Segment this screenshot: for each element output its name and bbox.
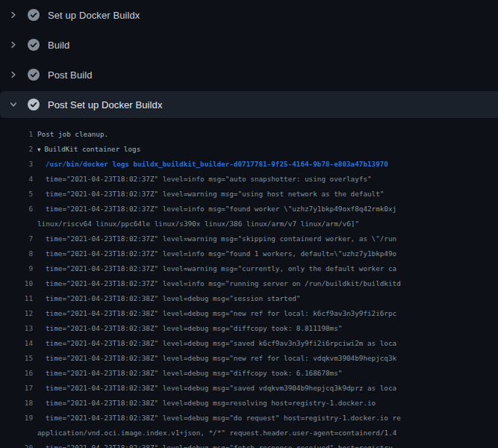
step-title: Build [48,40,69,51]
log-line-number[interactable]: 1 [0,127,33,142]
log-line: 13 time="2021-04-23T18:02:38Z" level=deb… [0,321,498,336]
log-line: 9 time="2021-04-23T18:02:37Z" level=warn… [0,261,498,276]
log-line-text: time="2021-04-23T18:02:38Z" level=debug … [46,306,396,321]
log-line: 7 time="2021-04-23T18:02:37Z" level=warn… [0,231,498,246]
log-line: 3 /usr/bin/docker logs buildx_buildkit_b… [0,157,498,172]
log-line: 4 time="2021-04-23T18:02:37Z" level=info… [0,172,498,187]
log-line: 2 ▼BuildKit container logs [0,142,498,157]
log-line: 1 Post job cleanup. [0,127,498,142]
log-line-number [0,426,33,441]
log-line-number[interactable]: 20 [0,441,33,448]
log-line-text: Post job cleanup. [37,127,108,142]
log-line-text: time="2021-04-23T18:02:37Z" level=warnin… [46,187,384,202]
log-line-number[interactable]: 15 [0,351,33,366]
check-circle-icon [28,69,40,81]
log-line-text: time="2021-04-23T18:02:37Z" level=info m… [46,276,401,291]
log-line: 15 time="2021-04-23T18:02:38Z" level=deb… [0,351,498,366]
log-line-number[interactable]: 2 [0,142,33,157]
log-line-number[interactable]: 11 [0,291,33,306]
step-row-build[interactable]: Build [0,30,498,60]
chevron-right-icon[interactable] [9,70,18,79]
step-row-post-set-up-docker-buildx[interactable]: Post Set up Docker Buildx [0,91,498,118]
step-row-post-build[interactable]: Post Build [0,60,498,90]
log-line-number[interactable]: 16 [0,366,33,381]
log-line-number[interactable]: 8 [0,246,33,261]
step-title: Set up Docker Buildx [48,10,140,21]
log-line-text: time="2021-04-23T18:02:37Z" level=info m… [46,246,396,261]
log-line: 11 time="2021-04-23T18:02:38Z" level=deb… [0,291,498,306]
group-label: BuildKit container logs [45,142,141,157]
log-line: 20 time="2021-04-23T18:02:38Z" level=deb… [0,441,498,448]
log-line: 10 time="2021-04-23T18:02:37Z" level=inf… [0,276,498,291]
log-line-text: time="2021-04-23T18:02:38Z" level=debug … [46,321,342,336]
log-line-number[interactable]: 4 [0,172,33,187]
log-line-text: time="2021-04-23T18:02:38Z" level=debug … [46,351,396,366]
log-line-number[interactable]: 6 [0,202,33,217]
log-line-text: time="2021-04-23T18:02:38Z" level=debug … [46,441,396,448]
log-line: 17 time="2021-04-23T18:02:38Z" level=deb… [0,381,498,396]
log-line: application/vnd.oci.image.index.v1+json,… [0,426,498,441]
log-line: 16 time="2021-04-23T18:02:38Z" level=deb… [0,366,498,381]
log-line-number[interactable]: 7 [0,231,33,246]
group-collapse-toggle-icon[interactable]: ▼ [37,143,41,158]
check-circle-icon [28,39,40,51]
log-line-text: time="2021-04-23T18:02:38Z" level=debug … [46,411,401,426]
step-title: Post Set up Docker Buildx [48,99,163,111]
log-line-text: time="2021-04-23T18:02:37Z" level=warnin… [46,231,396,246]
log-line-text: application/vnd.oci.image.index.v1+json,… [37,426,396,441]
log-line-text: linux/riscv64 linux/ppc64le linux/s390x … [37,217,359,231]
log-line: 12 time="2021-04-23T18:02:38Z" level=deb… [0,306,498,321]
log-line-text: time="2021-04-23T18:02:38Z" level=debug … [46,381,396,396]
check-circle-icon [28,9,40,21]
log-line-number[interactable]: 17 [0,381,33,396]
log-line-text: time="2021-04-23T18:02:38Z" level=debug … [46,366,342,381]
steps-list: Set up Docker Buildx Build Post Build Po… [0,0,498,118]
log-line-number[interactable]: 5 [0,187,33,202]
log-line-text: ▼BuildKit container logs [37,142,140,157]
log-line: 18 time="2021-04-23T18:02:38Z" level=deb… [0,396,498,411]
log-line-number[interactable]: 14 [0,336,33,351]
log-line-number[interactable]: 13 [0,321,33,336]
log-line-number[interactable]: 19 [0,411,33,426]
log-line: 14 time="2021-04-23T18:02:38Z" level=deb… [0,336,498,351]
log-viewer: 1 Post job cleanup. 2 ▼BuildKit containe… [0,118,498,448]
log-line-number[interactable]: 12 [0,306,33,321]
log-line-number[interactable]: 18 [0,396,33,411]
log-line-text: time="2021-04-23T18:02:37Z" level=info m… [46,202,396,217]
log-line-text: time="2021-04-23T18:02:37Z" level=info m… [46,172,372,187]
log-line-text: time="2021-04-23T18:02:38Z" level=debug … [46,291,300,306]
log-line-text: /usr/bin/docker logs buildx_buildkit_bui… [46,157,388,172]
log-line: 19 time="2021-04-23T18:02:38Z" level=deb… [0,411,498,426]
log-line-text: time="2021-04-23T18:02:38Z" level=debug … [46,336,396,351]
chevron-right-icon[interactable] [9,10,18,19]
log-line-text: time="2021-04-23T18:02:37Z" level=warnin… [46,261,396,276]
log-line-text: time="2021-04-23T18:02:38Z" level=debug … [46,396,376,411]
chevron-right-icon[interactable] [9,40,18,49]
log-line-number [0,217,33,231]
log-line: 8 time="2021-04-23T18:02:37Z" level=info… [0,246,498,261]
log-line-number[interactable]: 3 [0,157,33,172]
log-line: 6 time="2021-04-23T18:02:37Z" level=info… [0,202,498,217]
check-circle-icon [28,99,40,111]
log-line-number[interactable]: 10 [0,276,33,291]
step-title: Post Build [48,69,93,81]
log-line: 5 time="2021-04-23T18:02:37Z" level=warn… [0,187,498,202]
log-line-number[interactable]: 9 [0,261,33,276]
chevron-down-icon[interactable] [9,100,18,109]
step-row-set-up-docker-buildx[interactable]: Set up Docker Buildx [0,0,498,30]
log-line: linux/riscv64 linux/ppc64le linux/s390x … [0,217,498,231]
